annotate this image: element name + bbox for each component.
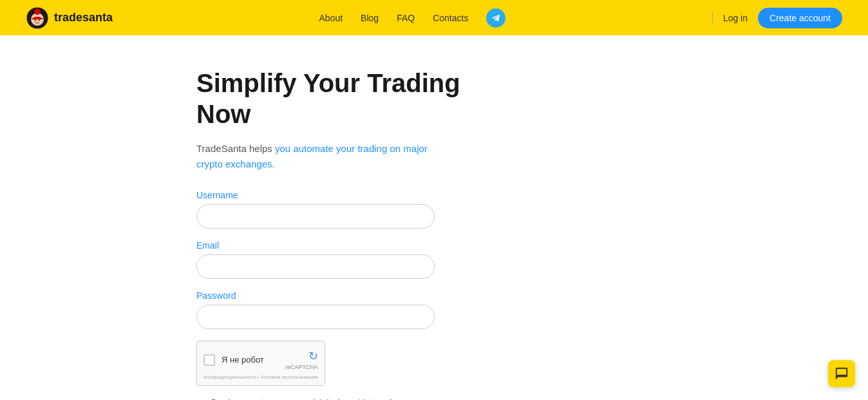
nav-contacts[interactable]: Contacts xyxy=(433,13,468,23)
captcha-inner: Я не робот ↻ reCAPTCHA xyxy=(203,349,318,370)
main-content: Simplify Your Trading Now TradeSanta hel… xyxy=(0,35,868,400)
svg-point-3 xyxy=(35,19,37,21)
username-label: Username xyxy=(196,190,868,200)
chat-icon xyxy=(835,367,849,381)
newsletter-label: Send me crypto news, special deals and i… xyxy=(211,397,435,400)
password-label: Password xyxy=(196,290,868,301)
subtitle-link-you[interactable]: you automate your trading on major crypt… xyxy=(196,143,428,169)
email-input[interactable] xyxy=(196,254,435,279)
hero-subtitle: TradeSanta helps you automate your tradi… xyxy=(196,141,435,172)
captcha-checkbox[interactable] xyxy=(203,354,215,366)
chat-widget[interactable] xyxy=(828,360,855,387)
logo-icon xyxy=(26,6,49,30)
password-input[interactable] xyxy=(196,305,435,329)
captcha-brand: reCAPTCHA xyxy=(285,364,318,370)
header-right: Log in Create account xyxy=(712,8,842,28)
telegram-icon[interactable] xyxy=(486,8,505,28)
header: tradesanta About Blog FAQ Contacts Log i… xyxy=(0,0,868,35)
logo-area[interactable]: tradesanta xyxy=(26,6,113,30)
page-title: Simplify Your Trading Now xyxy=(196,68,868,129)
svg-point-4 xyxy=(39,19,41,21)
nav-about[interactable]: About xyxy=(319,13,343,23)
login-link[interactable]: Log in xyxy=(723,13,748,23)
logo-text: tradesanta xyxy=(54,11,113,24)
recaptcha-logo: ↻ reCAPTCHA xyxy=(285,349,318,370)
newsletter-checkbox-row: Send me crypto news, special deals and i… xyxy=(196,397,435,400)
username-input[interactable] xyxy=(196,204,435,229)
password-field-group: Password xyxy=(196,290,868,329)
create-account-button[interactable]: Create account xyxy=(758,8,842,28)
nav-blog[interactable]: Blog xyxy=(361,13,379,23)
recaptcha-icon: ↻ xyxy=(308,349,318,363)
newsletter-and-link[interactable]: and xyxy=(346,397,361,400)
nav-faq[interactable]: FAQ xyxy=(397,13,415,23)
captcha-widget[interactable]: Я не робот ↻ reCAPTCHA Конфиденциальност… xyxy=(196,341,325,386)
email-label: Email xyxy=(196,240,868,251)
email-field-group: Email xyxy=(196,240,868,279)
main-nav: About Blog FAQ Contacts xyxy=(319,8,506,28)
header-divider xyxy=(712,12,713,24)
captcha-label: Я не робот xyxy=(222,355,264,365)
captcha-footer: Конфиденциальность • Условия использован… xyxy=(203,374,318,380)
username-field-group: Username xyxy=(196,190,868,229)
